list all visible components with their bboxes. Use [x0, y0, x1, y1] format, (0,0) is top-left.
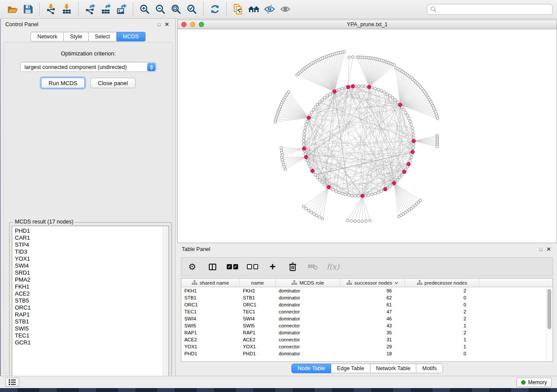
run-mcds-button[interactable]: Run MCDS [41, 78, 85, 88]
close-panel-icon[interactable]: ✕ [163, 21, 171, 28]
list-item[interactable]: STP4 [15, 241, 169, 248]
scrollbar-thumb[interactable] [547, 289, 551, 329]
optimization-criterion-select[interactable]: largest connected component (undirected) [20, 62, 156, 72]
gear-icon[interactable]: ⚙ [187, 260, 198, 273]
import-network-icon[interactable] [43, 2, 59, 17]
toolbar-separator [203, 3, 204, 16]
list-item[interactable]: STB1 [15, 318, 169, 325]
tab-mcds[interactable]: MCDS [117, 32, 145, 41]
search-input[interactable] [439, 6, 549, 12]
float-panel-icon[interactable]: □ [537, 246, 545, 253]
deselect-all-icon[interactable] [247, 260, 258, 273]
duplicate-network-icon[interactable] [230, 2, 246, 17]
desktop-wallpaper-strip [0, 388, 557, 392]
export-table-icon[interactable] [98, 2, 114, 17]
save-icon[interactable] [20, 2, 36, 17]
shared-column-icon [417, 280, 422, 285]
scrollbar-track[interactable] [546, 288, 552, 361]
table-row[interactable]: ORC1 ORC1 dominator 61 0 [181, 301, 553, 308]
function-builder-icon: f(x) [327, 260, 339, 273]
list-item[interactable]: SWI5 [15, 325, 169, 332]
refresh-icon[interactable] [207, 2, 223, 17]
tab-network-table[interactable]: Network Table [370, 364, 417, 373]
table-row[interactable]: RAP1 RAP1 dominator 35 2 [181, 329, 553, 336]
control-panel: Control Panel □ ✕ Network Style Select M… [1, 19, 176, 376]
mcds-tab-pane: Optimization criterion: largest connecte… [3, 42, 173, 374]
zoom-selected-icon[interactable] [184, 2, 200, 17]
eye-icon[interactable] [277, 2, 293, 17]
list-item[interactable]: RAP1 [15, 311, 169, 318]
list-item[interactable]: YOX1 [15, 255, 169, 262]
select-all-icon[interactable]: ✓✓ [227, 260, 238, 273]
table-row[interactable]: YOX1 YOX1 connector 29 1 [181, 343, 553, 350]
select-stepper-icon [147, 63, 156, 71]
list-item[interactable]: TID3 [15, 248, 169, 255]
mcds-result-group: MCDS result (17 nodes) PHD1 CAR1 STP4 TI… [9, 222, 172, 385]
close-panel-button[interactable]: Close panel [90, 78, 135, 88]
eye-slash-icon[interactable] [262, 2, 277, 17]
task-list-icon [9, 379, 16, 385]
column-header-filler [479, 279, 553, 287]
list-item[interactable]: PHD1 [15, 227, 169, 234]
add-column-icon[interactable]: + [267, 260, 278, 273]
delete-column-icon[interactable] [287, 260, 298, 273]
network-window-title: YPA_prune.txt_1 [178, 21, 557, 28]
export-image-icon[interactable] [114, 2, 129, 17]
export-network-icon[interactable] [82, 2, 98, 17]
table-row[interactable]: STB1 STB1 dominator 62 0 [181, 294, 553, 301]
tab-style[interactable]: Style [64, 32, 89, 41]
table-panel-title: Table Panel [182, 246, 210, 252]
application-window: Control Panel □ ✕ Network Style Select M… [0, 0, 557, 392]
table-row[interactable]: PHD1 PHD1 dominator 18 0 [181, 350, 553, 357]
table-row[interactable]: SWI5 SWI5 connector 43 1 [181, 322, 553, 329]
list-item[interactable]: FKH1 [15, 283, 169, 290]
tab-edge-table[interactable]: Edge Table [331, 364, 370, 373]
network-graph[interactable] [178, 29, 557, 243]
list-item[interactable]: PMA2 [15, 276, 169, 283]
close-panel-icon[interactable]: ✕ [545, 246, 553, 253]
list-item[interactable]: ACE2 [15, 290, 169, 297]
list-item[interactable]: SWI4 [15, 262, 169, 269]
table-row[interactable]: SWI4 SWI4 dominator 46 2 [181, 315, 553, 322]
column-header-mcds-role[interactable]: MCDS role [276, 279, 340, 287]
main-toolbar [0, 0, 557, 19]
search-field[interactable] [427, 4, 553, 15]
list-item[interactable]: STB5 [15, 297, 169, 304]
column-header-shared-name[interactable]: shared name [181, 279, 240, 287]
table-tabs: Node Table Edge Table Network Table Moti… [177, 364, 557, 373]
scrollbar-track[interactable] [163, 226, 169, 382]
column-header-successor-nodes[interactable]: successor nodes [340, 279, 405, 287]
tab-node-table[interactable]: Node Table [291, 364, 331, 373]
zoom-out-icon[interactable] [152, 2, 168, 17]
delete-table-icon[interactable] [307, 260, 318, 273]
houses-icon[interactable] [246, 2, 262, 17]
table-row[interactable]: ACE2 ACE2 connector 31 1 [181, 336, 553, 343]
column-header-predecessor-nodes[interactable]: predecessor nodes [405, 279, 479, 287]
tab-select[interactable]: Select [89, 32, 117, 41]
list-item[interactable]: GCR1 [15, 339, 169, 346]
memory-button[interactable]: Memory [516, 378, 552, 387]
list-item[interactable]: TEC1 [15, 332, 169, 339]
import-table-icon[interactable] [59, 2, 75, 17]
sort-desc-icon [394, 282, 398, 284]
mcds-result-list[interactable]: PHD1 CAR1 STP4 TID3 YOX1 SWI4 SRD1 PMA2 … [12, 226, 169, 382]
tab-network[interactable]: Network [31, 32, 64, 41]
table-row[interactable]: FKH1 FKH1 dominator 96 2 [181, 287, 553, 294]
tab-motifs[interactable]: Motifs [416, 364, 443, 373]
list-item[interactable]: ORC1 [15, 304, 169, 311]
network-window-titlebar[interactable]: YPA_prune.txt_1 [178, 20, 557, 29]
zoom-in-icon[interactable] [137, 2, 152, 17]
list-item[interactable]: CAR1 [15, 234, 169, 241]
table-row[interactable]: TEC1 TEC1 connector 47 2 [181, 308, 553, 315]
float-panel-icon[interactable]: □ [155, 21, 163, 28]
column-header-name[interactable]: name [240, 279, 276, 287]
network-canvas[interactable] [178, 29, 557, 243]
columns-icon[interactable] [207, 260, 218, 273]
control-panel-title: Control Panel [5, 21, 38, 28]
toolbar-separator [78, 3, 79, 16]
zoom-fit-icon[interactable] [168, 2, 184, 17]
table-toolbar: ⚙ ✓✓ + f(x) [181, 257, 553, 276]
task-history-button[interactable] [5, 378, 19, 387]
list-item[interactable]: SRD1 [15, 269, 169, 276]
open-folder-icon[interactable] [4, 2, 20, 17]
